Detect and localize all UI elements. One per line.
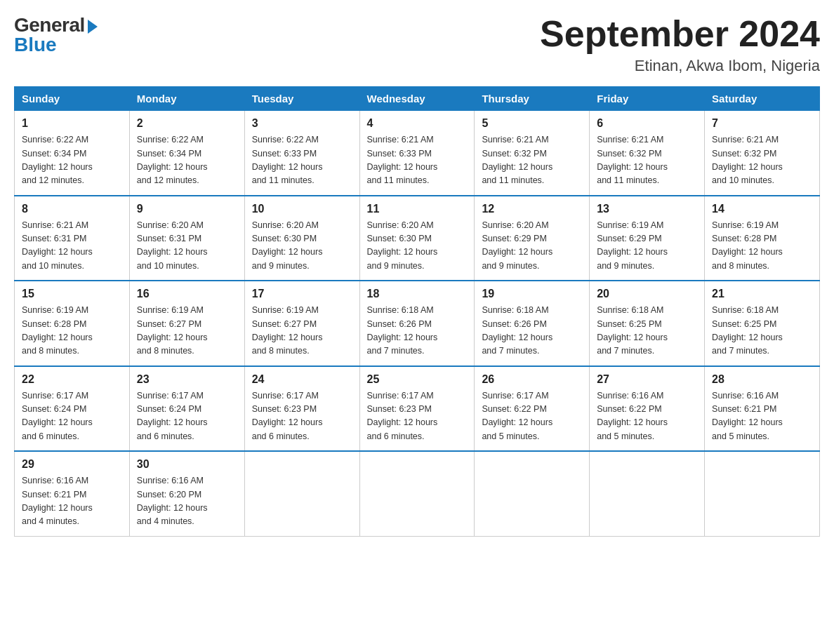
calendar-title-section: September 2024 Etinan, Akwa Ibom, Nigeri… — [540, 14, 820, 75]
calendar-week-row: 1Sunrise: 6:22 AMSunset: 6:34 PMDaylight… — [15, 111, 820, 196]
day-number: 26 — [482, 371, 582, 388]
day-info: Sunrise: 6:20 AMSunset: 6:29 PMDaylight:… — [482, 219, 582, 274]
day-info: Sunrise: 6:22 AMSunset: 6:34 PMDaylight:… — [137, 133, 237, 188]
day-number: 18 — [367, 286, 468, 302]
day-info: Sunrise: 6:20 AMSunset: 6:30 PMDaylight:… — [367, 219, 468, 274]
calendar-cell: 14Sunrise: 6:19 AMSunset: 6:28 PMDayligh… — [705, 196, 820, 281]
day-info: Sunrise: 6:17 AMSunset: 6:23 PMDaylight:… — [367, 389, 468, 444]
column-header-wednesday: Wednesday — [359, 87, 475, 111]
day-info: Sunrise: 6:22 AMSunset: 6:34 PMDaylight:… — [22, 133, 122, 188]
day-number: 4 — [367, 115, 468, 132]
calendar-cell — [705, 451, 820, 536]
calendar-cell: 12Sunrise: 6:20 AMSunset: 6:29 PMDayligh… — [475, 196, 590, 281]
day-number: 11 — [367, 201, 468, 217]
page-header: General Blue September 2024 Etinan, Akwa… — [14, 14, 820, 75]
day-number: 5 — [482, 115, 582, 132]
day-number: 24 — [252, 371, 352, 388]
day-info: Sunrise: 6:16 AMSunset: 6:22 PMDaylight:… — [597, 389, 697, 444]
day-number: 30 — [137, 456, 237, 473]
column-header-monday: Monday — [129, 87, 244, 111]
day-number: 12 — [482, 201, 582, 217]
day-info: Sunrise: 6:21 AMSunset: 6:32 PMDaylight:… — [597, 133, 697, 188]
calendar-cell: 25Sunrise: 6:17 AMSunset: 6:23 PMDayligh… — [359, 366, 475, 452]
column-header-thursday: Thursday — [475, 87, 590, 111]
calendar-cell: 23Sunrise: 6:17 AMSunset: 6:24 PMDayligh… — [129, 366, 244, 452]
calendar-week-row: 8Sunrise: 6:21 AMSunset: 6:31 PMDaylight… — [15, 196, 820, 281]
calendar-cell: 18Sunrise: 6:18 AMSunset: 6:26 PMDayligh… — [359, 281, 475, 366]
day-number: 14 — [712, 201, 812, 217]
day-info: Sunrise: 6:16 AMSunset: 6:20 PMDaylight:… — [137, 474, 237, 529]
day-number: 6 — [597, 115, 697, 132]
day-info: Sunrise: 6:21 AMSunset: 6:31 PMDaylight:… — [22, 219, 122, 274]
calendar-cell — [590, 451, 705, 536]
day-info: Sunrise: 6:17 AMSunset: 6:24 PMDaylight:… — [22, 389, 122, 444]
day-number: 16 — [137, 286, 237, 302]
calendar-cell: 15Sunrise: 6:19 AMSunset: 6:28 PMDayligh… — [15, 281, 130, 366]
day-number: 28 — [712, 371, 812, 388]
day-number: 15 — [22, 286, 122, 302]
day-info: Sunrise: 6:20 AMSunset: 6:31 PMDaylight:… — [137, 219, 237, 274]
calendar-cell: 26Sunrise: 6:17 AMSunset: 6:22 PMDayligh… — [475, 366, 590, 452]
calendar-cell: 21Sunrise: 6:18 AMSunset: 6:25 PMDayligh… — [705, 281, 820, 366]
calendar-cell: 4Sunrise: 6:21 AMSunset: 6:33 PMDaylight… — [359, 111, 475, 196]
day-number: 7 — [712, 115, 812, 132]
day-number: 25 — [367, 371, 468, 388]
day-number: 21 — [712, 286, 812, 302]
day-number: 8 — [22, 201, 122, 217]
calendar-cell: 11Sunrise: 6:20 AMSunset: 6:30 PMDayligh… — [359, 196, 475, 281]
day-info: Sunrise: 6:19 AMSunset: 6:29 PMDaylight:… — [597, 219, 697, 274]
day-number: 29 — [22, 456, 122, 473]
calendar-week-row: 15Sunrise: 6:19 AMSunset: 6:28 PMDayligh… — [15, 281, 820, 366]
calendar-cell: 3Sunrise: 6:22 AMSunset: 6:33 PMDaylight… — [244, 111, 359, 196]
calendar-week-row: 29Sunrise: 6:16 AMSunset: 6:21 PMDayligh… — [15, 451, 820, 536]
calendar-cell: 8Sunrise: 6:21 AMSunset: 6:31 PMDaylight… — [15, 196, 130, 281]
calendar-cell: 20Sunrise: 6:18 AMSunset: 6:25 PMDayligh… — [590, 281, 705, 366]
day-number: 20 — [597, 286, 697, 302]
column-header-tuesday: Tuesday — [244, 87, 359, 111]
column-header-sunday: Sunday — [15, 87, 130, 111]
calendar-cell: 28Sunrise: 6:16 AMSunset: 6:21 PMDayligh… — [705, 366, 820, 452]
day-info: Sunrise: 6:18 AMSunset: 6:25 PMDaylight:… — [597, 304, 697, 358]
logo-arrow-icon — [88, 20, 98, 34]
day-info: Sunrise: 6:21 AMSunset: 6:33 PMDaylight:… — [367, 133, 468, 188]
calendar-cell — [359, 451, 475, 536]
day-info: Sunrise: 6:16 AMSunset: 6:21 PMDaylight:… — [22, 474, 122, 529]
day-number: 17 — [252, 286, 352, 302]
day-number: 1 — [22, 115, 122, 132]
day-info: Sunrise: 6:21 AMSunset: 6:32 PMDaylight:… — [712, 133, 812, 188]
day-number: 22 — [22, 371, 122, 388]
day-number: 23 — [137, 371, 237, 388]
calendar-cell: 13Sunrise: 6:19 AMSunset: 6:29 PMDayligh… — [590, 196, 705, 281]
calendar-cell: 1Sunrise: 6:22 AMSunset: 6:34 PMDaylight… — [15, 111, 130, 196]
logo: General Blue — [14, 14, 98, 56]
column-header-friday: Friday — [590, 87, 705, 111]
calendar-cell — [475, 451, 590, 536]
calendar-cell — [244, 451, 359, 536]
calendar-subtitle: Etinan, Akwa Ibom, Nigeria — [540, 57, 820, 75]
day-number: 13 — [597, 201, 697, 217]
day-number: 2 — [137, 115, 237, 132]
calendar-week-row: 22Sunrise: 6:17 AMSunset: 6:24 PMDayligh… — [15, 366, 820, 452]
day-number: 10 — [252, 201, 352, 217]
day-info: Sunrise: 6:17 AMSunset: 6:23 PMDaylight:… — [252, 389, 352, 444]
calendar-cell: 6Sunrise: 6:21 AMSunset: 6:32 PMDaylight… — [590, 111, 705, 196]
calendar-cell: 5Sunrise: 6:21 AMSunset: 6:32 PMDaylight… — [475, 111, 590, 196]
calendar-cell: 16Sunrise: 6:19 AMSunset: 6:27 PMDayligh… — [129, 281, 244, 366]
calendar-cell: 7Sunrise: 6:21 AMSunset: 6:32 PMDaylight… — [705, 111, 820, 196]
day-info: Sunrise: 6:18 AMSunset: 6:26 PMDaylight:… — [367, 304, 468, 358]
day-info: Sunrise: 6:22 AMSunset: 6:33 PMDaylight:… — [252, 133, 352, 188]
day-number: 3 — [252, 115, 352, 132]
calendar-cell: 22Sunrise: 6:17 AMSunset: 6:24 PMDayligh… — [15, 366, 130, 452]
calendar-cell: 24Sunrise: 6:17 AMSunset: 6:23 PMDayligh… — [244, 366, 359, 452]
calendar-table: SundayMondayTuesdayWednesdayThursdayFrid… — [14, 86, 820, 537]
calendar-cell: 9Sunrise: 6:20 AMSunset: 6:31 PMDaylight… — [129, 196, 244, 281]
calendar-cell: 10Sunrise: 6:20 AMSunset: 6:30 PMDayligh… — [244, 196, 359, 281]
day-info: Sunrise: 6:16 AMSunset: 6:21 PMDaylight:… — [712, 389, 812, 444]
calendar-header-row: SundayMondayTuesdayWednesdayThursdayFrid… — [15, 87, 820, 111]
day-number: 9 — [137, 201, 237, 217]
day-number: 27 — [597, 371, 697, 388]
day-info: Sunrise: 6:19 AMSunset: 6:27 PMDaylight:… — [137, 304, 237, 358]
calendar-cell: 27Sunrise: 6:16 AMSunset: 6:22 PMDayligh… — [590, 366, 705, 452]
day-info: Sunrise: 6:21 AMSunset: 6:32 PMDaylight:… — [482, 133, 582, 188]
day-info: Sunrise: 6:20 AMSunset: 6:30 PMDaylight:… — [252, 219, 352, 274]
